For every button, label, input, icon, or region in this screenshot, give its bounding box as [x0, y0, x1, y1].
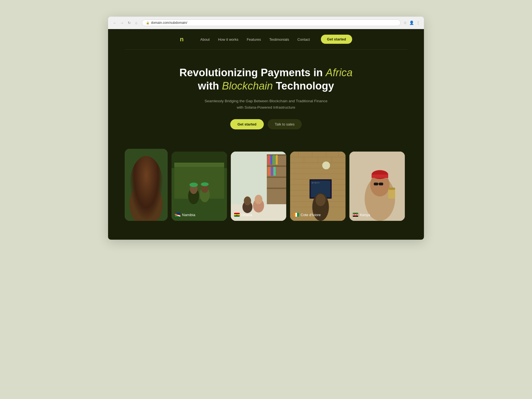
svg-rect-19 — [175, 215, 180, 217]
card-kenya-label: Kenya — [353, 213, 370, 217]
kenya-flag — [353, 213, 358, 217]
hero-title-blockchain: Blockchain — [222, 80, 273, 92]
url-bar[interactable]: 🔒 domain.com/subdomain/ — [142, 19, 401, 26]
nav-how-it-works[interactable]: How it works — [218, 37, 239, 42]
card-ivory-label: Cote d'Iviore — [293, 213, 321, 217]
hero-buttons: Get started Talk to sales — [119, 119, 413, 129]
svg-rect-78 — [293, 213, 295, 217]
card-ivory-image: M T W T F — [290, 152, 346, 221]
namibia-country-label: Namibia — [182, 213, 195, 217]
refresh-button[interactable]: ↻ — [126, 20, 132, 25]
card-namibia-label: Namibia — [175, 213, 195, 217]
browser-nav-buttons: ← → ↻ ⌂ — [112, 20, 139, 25]
nav-contact[interactable]: Contact — [297, 37, 310, 42]
svg-rect-47 — [234, 213, 240, 214]
card-ivory: M T W T F — [290, 152, 346, 221]
svg-rect-6 — [125, 149, 168, 221]
logo: n — [180, 36, 183, 43]
home-button[interactable]: ⌂ — [134, 20, 139, 25]
svg-marker-20 — [175, 213, 180, 217]
namibia-flag — [175, 213, 180, 217]
svg-rect-17 — [172, 152, 227, 221]
card-kenya: Kenya — [349, 152, 405, 221]
nav-about[interactable]: About — [200, 37, 210, 42]
svg-rect-18 — [175, 213, 180, 217]
card-ghana-image — [231, 152, 286, 221]
svg-point-5 — [148, 174, 150, 176]
hero-title-part2: with — [198, 80, 222, 92]
card-face — [125, 149, 168, 221]
browser-toolbar-right: ☆ 👤 ⋮ — [403, 21, 420, 25]
svg-rect-49 — [234, 215, 240, 217]
svg-line-23 — [175, 214, 180, 215]
svg-point-2 — [129, 182, 163, 221]
svg-marker-25 — [175, 214, 180, 217]
hero-subtitle: Seamlessly Bridging the Gap Between Bloc… — [119, 98, 413, 111]
hero-talk-to-sales-button[interactable]: Talk to sales — [268, 119, 302, 129]
svg-rect-77 — [290, 152, 346, 221]
kenya-country-label: Kenya — [360, 213, 370, 217]
svg-line-22 — [175, 214, 180, 215]
ivory-flag — [293, 213, 299, 217]
hero-subtitle-line2: with Solana-Powered Infrastructure — [237, 105, 295, 109]
cards-section: Namibia — [108, 140, 424, 232]
navbar: n About How it works Features Testimonia… — [108, 29, 424, 49]
site-content: n About How it works Features Testimonia… — [108, 29, 424, 240]
card-ghana-label: Ghana — [234, 213, 252, 217]
browser-window: ← → ↻ ⌂ 🔒 domain.com/subdomain/ ☆ 👤 ⋮ n … — [108, 17, 424, 240]
nav-links: About How it works Features Testimonials… — [200, 37, 310, 42]
menu-icon[interactable]: ⋮ — [416, 21, 420, 25]
nav-features[interactable]: Features — [247, 37, 261, 42]
browser-toolbar: ← → ↻ ⌂ 🔒 domain.com/subdomain/ ☆ 👤 ⋮ — [108, 17, 424, 29]
hero-get-started-button[interactable]: Get started — [230, 119, 264, 129]
svg-point-3 — [138, 164, 154, 183]
hero-subtitle-line1: Seamlessly Bridging the Gap Between Bloc… — [204, 99, 328, 103]
hero-section: Revolutionizing Payments in Africa with … — [108, 50, 424, 140]
card-namibia-image — [172, 152, 227, 221]
svg-point-1 — [135, 166, 157, 193]
card-kenya-image — [349, 152, 405, 221]
profile-icon[interactable]: 👤 — [409, 21, 414, 25]
card-namibia: Namibia — [172, 152, 227, 221]
hero-title-part3: Technology — [273, 80, 334, 92]
svg-marker-21 — [175, 213, 180, 217]
lock-icon: 🔒 — [146, 21, 149, 24]
hero-title-part1: Revolutionizing Payments in — [180, 67, 326, 78]
bookmark-icon[interactable]: ☆ — [403, 21, 407, 25]
ivory-country-label: Cote d'Iviore — [301, 213, 321, 217]
url-text: domain.com/subdomain/ — [151, 21, 187, 25]
back-button[interactable]: ← — [112, 20, 117, 25]
svg-rect-79 — [295, 213, 297, 217]
hero-title: Revolutionizing Payments in Africa with … — [119, 66, 413, 93]
nav-get-started-button[interactable]: Get started — [321, 35, 352, 44]
svg-rect-92 — [349, 152, 405, 221]
svg-point-4 — [142, 174, 144, 176]
svg-point-26 — [176, 214, 177, 216]
card-ghana: Ghana — [231, 152, 286, 221]
ghana-country-label: Ghana — [241, 213, 252, 217]
svg-point-99 — [355, 214, 356, 216]
forward-button[interactable]: → — [119, 20, 125, 25]
nav-testimonials[interactable]: Testimonials — [269, 37, 289, 42]
hero-title-africa: Africa — [326, 67, 352, 78]
card-face-image — [125, 149, 168, 221]
ghana-flag — [234, 213, 240, 217]
svg-rect-46 — [231, 152, 286, 221]
svg-marker-24 — [175, 213, 180, 217]
svg-rect-80 — [297, 213, 299, 217]
